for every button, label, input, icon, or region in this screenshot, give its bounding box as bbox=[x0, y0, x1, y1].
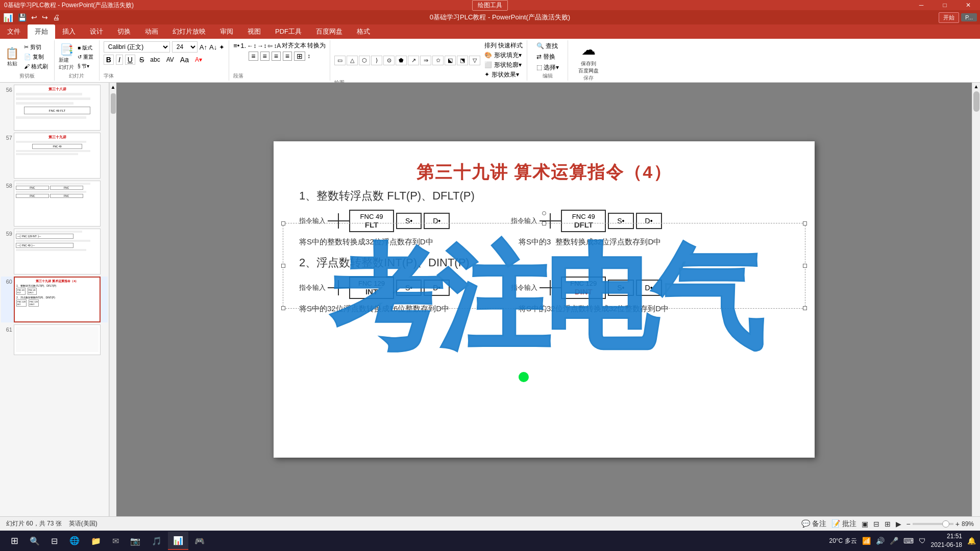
find-button[interactable]: 🔍 查找 bbox=[536, 42, 559, 51]
redo-quick-btn[interactable]: ↪ bbox=[40, 13, 50, 21]
mic-icon[interactable]: 🎤 bbox=[890, 537, 898, 545]
tab-review[interactable]: 审阅 bbox=[213, 24, 240, 39]
tab-format[interactable]: 格式 bbox=[350, 24, 377, 39]
shape-btn-9[interactable]: ✩ bbox=[432, 56, 444, 65]
annotation-icon[interactable]: 📝 批注 bbox=[831, 519, 856, 529]
shape-btn-5[interactable]: ⊙ bbox=[383, 56, 395, 65]
zoom-slider[interactable] bbox=[913, 523, 953, 525]
search-taskbar-btn[interactable]: 🔍 bbox=[26, 532, 44, 550]
app9-btn[interactable]: 🎮 bbox=[189, 532, 210, 550]
scroll-vthumb[interactable] bbox=[973, 91, 979, 112]
camera-btn[interactable]: 📷 bbox=[125, 532, 145, 550]
main-scrollbar-v[interactable]: ▲ bbox=[972, 83, 980, 516]
shape-btn-10[interactable]: ⬕ bbox=[445, 56, 456, 65]
zoom-controls[interactable]: − + 89% bbox=[906, 520, 974, 528]
tab-design[interactable]: 设计 bbox=[83, 24, 110, 39]
italic-btn[interactable]: I bbox=[116, 55, 123, 65]
tab-view[interactable]: 视图 bbox=[240, 24, 268, 39]
save-quick-btn[interactable]: 💾 bbox=[16, 13, 28, 21]
tab-slideshow[interactable]: 幻灯片放映 bbox=[165, 24, 213, 39]
bullets-btn[interactable]: ≡• bbox=[233, 42, 239, 49]
inc-indent-btn[interactable]: →↕ bbox=[257, 42, 266, 49]
keyboard-icon[interactable]: ⌨ bbox=[903, 537, 914, 545]
shape-btn-7[interactable]: ↗ bbox=[408, 56, 419, 65]
slide-thumb-61[interactable]: 61 bbox=[1, 324, 108, 355]
font-color-btn[interactable]: A▾ bbox=[193, 56, 204, 64]
new-slide-button[interactable]: 📑 新建幻灯片 bbox=[59, 43, 74, 71]
columns-btn[interactable]: ⊞ bbox=[294, 52, 305, 61]
edge-btn[interactable]: 🌐 bbox=[64, 532, 85, 550]
spotify-btn[interactable]: 🎵 bbox=[146, 532, 167, 550]
shape-btn-6[interactable]: ⬟ bbox=[396, 56, 407, 65]
slide-panel-scrollbar[interactable]: ▲ bbox=[109, 83, 116, 516]
spacing-btn[interactable]: AV bbox=[164, 56, 176, 64]
font-size-increase-btn[interactable]: A↑ bbox=[200, 43, 207, 51]
tab-home[interactable]: 开始 bbox=[28, 24, 55, 39]
shape-effects-button[interactable]: ✦ 形状效果▾ bbox=[484, 70, 519, 79]
bold-btn[interactable]: B bbox=[104, 55, 114, 65]
strikethrough-btn[interactable]: S bbox=[137, 55, 146, 64]
tab-pdf[interactable]: PDF工具 bbox=[268, 24, 309, 39]
maximize-button[interactable]: □ bbox=[933, 0, 957, 13]
share-button[interactable]: P... bbox=[961, 13, 977, 21]
powerpoint-taskbar-btn[interactable]: 📊 bbox=[168, 532, 188, 550]
view-outline-icon[interactable]: ⊟ bbox=[873, 520, 879, 528]
arrange-button[interactable]: 排列 bbox=[484, 41, 497, 50]
slide-thumb-60[interactable]: 60 第三十九讲 算术运算指令（4） 1、整数转浮点数 FLT(P)、DFLT(… bbox=[1, 277, 108, 322]
save-to-cloud-icon[interactable]: ☁ bbox=[581, 41, 596, 58]
dec-indent-btn[interactable]: ←↕ bbox=[247, 42, 256, 49]
slide-canvas[interactable]: 第三十九讲 算术运算指令（4） 1、整数转浮点数 FLT(P)、DFLT(P) … bbox=[274, 141, 815, 458]
align-justify-btn[interactable]: ≡ bbox=[283, 52, 292, 61]
volume-icon[interactable]: 🔊 bbox=[876, 537, 885, 545]
section-button[interactable]: § 节▾ bbox=[76, 62, 95, 70]
tab-file[interactable]: 文件 bbox=[0, 24, 28, 39]
tab-transitions[interactable]: 切换 bbox=[110, 24, 138, 39]
slide-thumb-58[interactable]: 58 FNC FNC FNC FNC bbox=[1, 181, 108, 227]
paste-button[interactable]: 📋 粘贴 bbox=[4, 46, 20, 68]
tab-baidu[interactable]: 百度网盘 bbox=[309, 24, 350, 39]
slide-thumb-59[interactable]: 59 ─┤ FNC 129 INT ├─ ─┤ FNC 49 ├─ bbox=[1, 229, 108, 274]
scroll-up-arrow[interactable]: ▲ bbox=[973, 83, 980, 90]
replace-button[interactable]: ⇄ 替换 bbox=[536, 53, 559, 61]
shape-fill-button[interactable]: 🎨 形状填充▾ bbox=[484, 51, 521, 60]
undo-quick-btn[interactable]: ↩ bbox=[30, 13, 39, 21]
align-center-btn[interactable]: ≡ bbox=[260, 52, 270, 61]
slide-thumb-57[interactable]: 57 第三十九讲 FNC 49 bbox=[1, 133, 108, 179]
minimize-button[interactable]: ─ bbox=[910, 0, 933, 13]
shape-outline-button[interactable]: ⬜ 形状轮廓▾ bbox=[484, 61, 521, 69]
cut-button[interactable]: ✂ 剪切 bbox=[22, 43, 50, 52]
clear-format-btn[interactable]: ✦ bbox=[219, 43, 225, 51]
shape-btn-11[interactable]: ⬔ bbox=[457, 56, 468, 65]
smartart-btn[interactable]: 转换为 bbox=[307, 41, 326, 50]
zoom-slider-thumb[interactable] bbox=[942, 520, 949, 528]
select-button[interactable]: ⬚ 选择▾ bbox=[536, 63, 559, 72]
layout-button[interactable]: ■ 版式 bbox=[76, 44, 95, 52]
shadow-btn[interactable]: abc bbox=[148, 56, 162, 64]
quick-styles-button[interactable]: 快速样式 bbox=[498, 41, 523, 50]
task-view-btn[interactable]: ⊟ bbox=[45, 532, 63, 550]
reset-button[interactable]: ↺ 重置 bbox=[76, 53, 95, 61]
underline-btn[interactable]: U bbox=[125, 55, 135, 65]
mail-btn[interactable]: ✉ bbox=[107, 532, 124, 550]
start-button[interactable]: 开始 bbox=[939, 12, 959, 23]
zoom-in-btn[interactable]: + bbox=[955, 520, 960, 528]
font-size-select[interactable]: 24 bbox=[172, 41, 198, 53]
text-dir-btn[interactable]: ↕A bbox=[274, 42, 281, 49]
shape-btn-4[interactable]: ⟩ bbox=[371, 56, 382, 65]
align-right-btn[interactable]: ≡ bbox=[272, 52, 281, 61]
notifications-btn[interactable]: 🔔 bbox=[967, 537, 976, 545]
view-present-icon[interactable]: ▶ bbox=[896, 520, 901, 528]
copy-button[interactable]: 📄 复制 bbox=[22, 53, 50, 61]
close-button[interactable]: ✕ bbox=[957, 0, 980, 13]
text-align-btn[interactable]: 对齐文本 bbox=[282, 41, 306, 50]
save-to-baidu-btn[interactable]: 保存到百度网盘 bbox=[578, 60, 599, 74]
case-btn[interactable]: Aa bbox=[178, 55, 191, 64]
shape-btn-8[interactable]: ⇒ bbox=[420, 56, 431, 65]
shape-btn-3[interactable]: ⬡ bbox=[359, 56, 370, 65]
scroll-thumb[interactable] bbox=[111, 93, 116, 114]
print-quick-btn[interactable]: 🖨 bbox=[51, 13, 61, 21]
comments-icon[interactable]: 💬 备注 bbox=[801, 519, 826, 529]
view-normal-icon[interactable]: ▣ bbox=[862, 520, 868, 528]
explorer-btn[interactable]: 📁 bbox=[86, 532, 106, 550]
numbering-btn[interactable]: 1. bbox=[240, 42, 246, 49]
